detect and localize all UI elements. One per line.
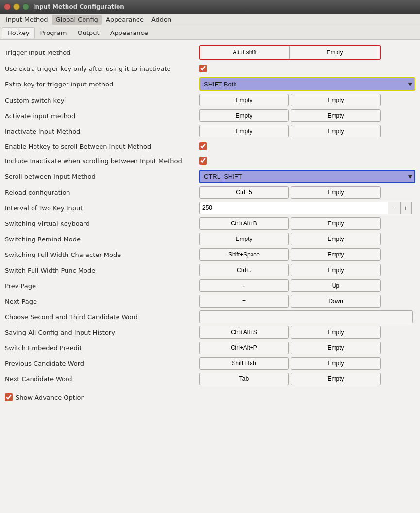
controls-switch-full-width-punc: Ctrl+. Empty [199,264,415,276]
activate-input-method-btn2[interactable]: Empty [291,109,381,122]
row-switch-full-width-punc: Switch Full Width Punc Mode Ctrl+. Empty [5,262,415,278]
switch-embeded-preedit-btn2[interactable]: Empty [291,342,381,354]
choose-second-third-btn1[interactable] [199,310,413,323]
row-choose-second-third: Choose Second and Third Candidate Word [5,309,415,325]
label-next-page: Next Page [5,298,199,305]
tab-appearance[interactable]: Appearance [105,27,153,38]
switching-virtual-keyboard-btn2[interactable]: Empty [291,217,381,230]
controls-scroll-between: CTRL_SHIFT CTRL_ALT ALT_SHIFT ▼ [199,170,415,183]
spinner-decrement-btn[interactable]: − [388,202,400,214]
show-advance-option-label[interactable]: Show Advance Option [5,393,85,401]
reload-configuration-btn2[interactable]: Empty [291,186,381,199]
tab-program[interactable]: Program [35,27,72,38]
controls-inactivate-input-method: Empty Empty [199,125,415,137]
dropdown-extra-key-trigger-wrapper: SHIFT Both SHIFT Left SHIFT Right None ▼ [199,77,415,91]
switching-full-width-btn1[interactable]: Shift+Space [199,248,289,261]
minimize-button[interactable] [13,3,20,10]
row-enable-hotkey-scroll: Enable Hotkey to scroll Between Input Me… [5,139,415,154]
label-include-inactivate: Include Inactivate when scrolling betwee… [5,157,199,165]
spinner-interval-input[interactable] [199,202,388,214]
menu-global-config[interactable]: Global Config [52,15,102,25]
row-saving-all-config: Saving All Config and Input History Ctrl… [5,325,415,340]
activate-input-method-btn1[interactable]: Empty [199,109,289,122]
row-include-inactivate: Include Inactivate when scrolling betwee… [5,154,415,168]
label-extra-key-trigger: Extra key for trigger input method [5,81,199,88]
switching-remind-mode-btn1[interactable]: Empty [199,233,289,245]
checkbox-enable-hotkey-scroll[interactable] [199,142,207,150]
trigger-btn-2[interactable]: Empty [290,46,380,59]
spinner-increment-btn[interactable]: + [400,202,412,214]
controls-choose-second-third [199,310,415,323]
switching-full-width-btn2[interactable]: Empty [291,248,381,261]
window-controls [4,3,29,10]
checkbox-extra-trigger-only[interactable] [199,65,207,72]
next-page-btn2[interactable]: Down [291,295,381,308]
tab-bar: Hotkey Program Output Appearance [0,26,420,40]
controls-activate-input-method: Empty Empty [199,109,415,122]
prev-page-btn1[interactable]: - [199,279,289,292]
row-trigger-input-method: Trigger Input Method Alt+Lshift Empty [5,44,415,61]
label-saving-all-config: Saving All Config and Input History [5,329,199,336]
saving-all-config-btn2[interactable]: Empty [291,326,381,339]
custom-switch-key-btn1[interactable]: Empty [199,94,289,106]
row-custom-switch-key: Custom switch key Empty Empty [5,92,415,108]
checkbox-include-inactivate[interactable] [199,157,207,165]
switching-remind-mode-btn2[interactable]: Empty [291,233,381,245]
controls-next-page: = Down [199,295,415,308]
switch-full-width-punc-btn2[interactable]: Empty [291,264,381,276]
inactivate-input-method-btn2[interactable]: Empty [291,125,381,137]
spinner-interval: − + [199,202,412,214]
controls-prev-page: - Up [199,279,415,292]
menu-appearance[interactable]: Appearance [102,15,148,25]
controls-switching-remind-mode: Empty Empty [199,233,415,245]
controls-switch-embeded-preedit: Ctrl+Alt+P Empty [199,342,415,354]
next-page-btn1[interactable]: = [199,295,289,308]
row-interval-two-key: Interval of Two Key Input − + [5,200,415,216]
switch-full-width-punc-btn1[interactable]: Ctrl+. [199,264,289,276]
prev-page-btn2[interactable]: Up [291,279,381,292]
menu-input-method[interactable]: Input Method [2,15,52,25]
controls-reload-configuration: Ctrl+5 Empty [199,186,415,199]
inactivate-input-method-btn1[interactable]: Empty [199,125,289,137]
trigger-btn-1[interactable]: Alt+Lshift [200,46,290,59]
label-scroll-between: Scroll between Input Method [5,173,199,180]
controls-extra-key-trigger: SHIFT Both SHIFT Left SHIFT Right None ▼ [199,77,415,91]
menubar: Input Method Global Config Appearance Ad… [0,14,420,26]
label-extra-trigger-only: Use extra trigger key only after using i… [5,65,199,72]
switch-embeded-preedit-btn1[interactable]: Ctrl+Alt+P [199,342,289,354]
controls-previous-candidate-word: Shift+Tab Empty [199,357,415,370]
tab-output[interactable]: Output [72,27,104,38]
checkbox-extra-trigger-only-wrap [199,65,207,72]
menu-addon[interactable]: Addon [148,15,175,25]
custom-switch-key-btn2[interactable]: Empty [291,94,381,106]
label-custom-switch-key: Custom switch key [5,97,199,104]
row-previous-candidate-word: Previous Candidate Word Shift+Tab Empty [5,356,415,371]
switching-virtual-keyboard-btn1[interactable]: Ctrl+Alt+B [199,217,289,230]
row-switch-embeded-preedit: Switch Embeded Preedit Ctrl+Alt+P Empty [5,340,415,356]
next-candidate-word-btn1[interactable]: Tab [199,373,289,385]
close-button[interactable] [4,3,11,10]
maximize-button[interactable] [22,3,29,10]
tab-hotkey[interactable]: Hotkey [2,27,35,38]
row-prev-page: Prev Page - Up [5,278,415,293]
footer: Show Advance Option [0,391,420,404]
controls-switching-virtual-keyboard: Ctrl+Alt+B Empty [199,217,415,230]
saving-all-config-btn1[interactable]: Ctrl+Alt+S [199,326,289,339]
label-prev-page: Prev Page [5,282,199,290]
label-reload-configuration: Reload configuration [5,189,199,196]
controls-include-inactivate [199,157,415,165]
reload-configuration-btn1[interactable]: Ctrl+5 [199,186,289,199]
label-next-candidate-word: Next Candidate Word [5,376,199,383]
show-advance-option-checkbox[interactable] [5,393,13,401]
show-advance-option-text: Show Advance Option [16,394,85,401]
dropdown-extra-key-trigger[interactable]: SHIFT Both SHIFT Left SHIFT Right None [199,77,415,91]
content-area: Trigger Input Method Alt+Lshift Empty Us… [0,40,420,391]
row-extra-key-trigger: Extra key for trigger input method SHIFT… [5,76,415,92]
next-candidate-word-btn2[interactable]: Empty [291,373,381,385]
row-activate-input-method: Activate input method Empty Empty [5,108,415,123]
previous-candidate-word-btn2[interactable]: Empty [291,357,381,370]
row-scroll-between: Scroll between Input Method CTRL_SHIFT C… [5,168,415,185]
previous-candidate-word-btn1[interactable]: Shift+Tab [199,357,289,370]
row-reload-configuration: Reload configuration Ctrl+5 Empty [5,185,415,200]
dropdown-scroll-between[interactable]: CTRL_SHIFT CTRL_ALT ALT_SHIFT [199,170,415,183]
